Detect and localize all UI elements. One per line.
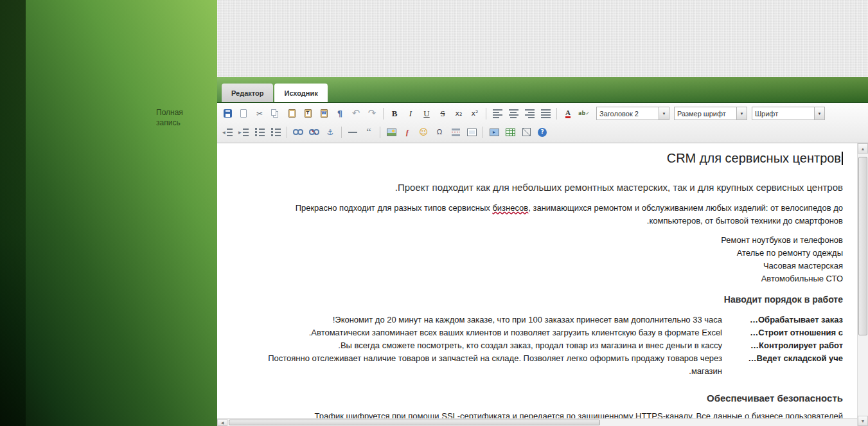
strikethrough-icon: S xyxy=(440,109,445,118)
blockquote-button[interactable]: “ xyxy=(361,125,376,140)
list-item: Часовая мастерская xyxy=(230,260,843,272)
redo-button[interactable]: ↷ xyxy=(364,106,380,121)
strikethrough-button[interactable]: S xyxy=(435,106,450,121)
font-size-select[interactable]: Размер шрифт ▼ xyxy=(674,107,747,120)
list-item: Автомобильные СТО xyxy=(230,272,843,285)
image-button[interactable] xyxy=(384,125,399,140)
chevron-down-icon[interactable]: ▼ xyxy=(659,107,669,120)
underline-button[interactable]: U xyxy=(419,106,434,121)
align-left-button[interactable] xyxy=(490,106,505,121)
smiley-icon: ☺ xyxy=(419,128,428,136)
paste-button[interactable] xyxy=(284,106,299,121)
superscript-button[interactable]: x² xyxy=(467,106,483,121)
video-button[interactable]: ▸ xyxy=(486,125,502,140)
unlink-icon xyxy=(309,129,319,135)
flash-button[interactable]: ƒ xyxy=(400,125,415,140)
numbered-list-button[interactable] xyxy=(252,125,267,140)
scroll-left-button[interactable]: ◀ xyxy=(217,419,227,426)
show-paragraph-icon: ¶ xyxy=(337,109,342,118)
show-paragraph-button[interactable]: ¶ xyxy=(332,106,348,121)
indent-increase-button[interactable]: ▶ xyxy=(236,125,251,140)
save-button[interactable] xyxy=(220,106,235,121)
editor-content[interactable]: CRM для сервисных центров .Проект подход… xyxy=(217,143,857,418)
horizontal-scroll-thumb[interactable] xyxy=(229,420,600,425)
bold-button[interactable]: B xyxy=(387,106,402,121)
sidebar-dark-strip xyxy=(0,0,26,426)
align-center-button[interactable] xyxy=(506,106,521,121)
subscript-button[interactable]: x₂ xyxy=(451,106,466,121)
bulleted-list-button[interactable] xyxy=(268,125,283,140)
cut-button[interactable]: ✂ xyxy=(252,106,267,121)
italic-button[interactable]: I xyxy=(403,106,418,121)
paste-text-button[interactable]: T xyxy=(300,106,315,121)
feature-row: Постоянно отслеживает наличие товаров и … xyxy=(230,352,843,378)
table-button[interactable] xyxy=(502,125,518,140)
undo-button[interactable]: ↶ xyxy=(348,106,364,121)
toolbar-separator xyxy=(383,108,384,120)
editor-toolbar: ✂TW¶↶↷BIUSx₂x²Aab✓ Заголовок 2 ▼ Размер … xyxy=(217,103,868,143)
editor-panel: ✂TW¶↶↷BIUSx₂x²Aab✓ Заголовок 2 ▼ Размер … xyxy=(217,103,868,426)
about-button[interactable]: ? xyxy=(535,125,550,140)
align-justify-button[interactable] xyxy=(538,106,553,121)
toolbar-separator xyxy=(380,127,380,138)
intro-line-2: .компьютеров, от бытовой техники до смар… xyxy=(230,215,843,227)
text-color-button[interactable]: A xyxy=(560,106,576,121)
new-page-icon xyxy=(240,109,247,118)
scroll-thumb[interactable] xyxy=(858,157,867,335)
feature-desc-line: .Вы всегда сможете посмотреть, кто созда… xyxy=(230,339,722,352)
superscript-icon: x² xyxy=(472,110,479,117)
paste-icon xyxy=(288,109,296,118)
misspelled-word: бизнесов xyxy=(492,203,528,213)
anchor-icon: ⚓ xyxy=(327,129,334,136)
feature-label: …Ведет складской уче xyxy=(734,352,843,378)
feature-desc-line: .Автоматически запоминает всех ваших кли… xyxy=(230,326,722,339)
smiley-button[interactable]: ☺ xyxy=(416,125,431,140)
iframe-button[interactable] xyxy=(464,125,479,140)
chevron-down-icon[interactable]: ▼ xyxy=(736,107,747,120)
about-icon: ? xyxy=(538,128,547,137)
paste-word-button[interactable]: W xyxy=(316,106,332,121)
link-button[interactable] xyxy=(290,125,306,140)
blockquote-icon: “ xyxy=(366,129,371,136)
copy-icon xyxy=(271,109,276,116)
intro-line-1: Прекрасно подходит для разных типов серв… xyxy=(230,202,843,215)
horizontal-scrollbar[interactable]: ◀ xyxy=(217,418,857,426)
spellcheck-button[interactable]: ab✓ xyxy=(576,106,592,121)
unlink-button[interactable] xyxy=(306,125,322,140)
format-select[interactable]: Заголовок 2 ▼ xyxy=(596,107,669,120)
security-paragraph: Трафик шифруется при помощи SSL-сертифик… xyxy=(230,410,843,418)
align-right-icon xyxy=(525,109,535,118)
feature-label: …Строит отношения с xyxy=(734,326,843,339)
features-block: !Экономит до 20 минут на каждом заказе, … xyxy=(230,314,843,378)
align-left-icon xyxy=(493,109,502,118)
security-heading: Обеспечивает безопасность xyxy=(230,392,843,405)
bulleted-list-icon xyxy=(271,128,281,137)
feature-label: …Обрабатывает заказ xyxy=(734,314,843,326)
indent-decrease-button[interactable]: ◀ xyxy=(220,125,235,140)
toolbar-row-1: ✂TW¶↶↷BIUSx₂x²Aab✓ Заголовок 2 ▼ Размер … xyxy=(220,104,865,123)
vertical-scrollbar[interactable]: ▲ ▼ xyxy=(857,143,868,426)
maximize-button[interactable] xyxy=(518,125,534,140)
order-heading: Наводит порядок в работе xyxy=(230,293,843,306)
feature-row: !Экономит до 20 минут на каждом заказе, … xyxy=(230,314,843,326)
special-char-button[interactable]: Ω xyxy=(432,125,447,140)
scroll-up-button[interactable]: ▲ xyxy=(858,143,868,154)
tab-source[interactable]: Исходник xyxy=(274,84,327,102)
cut-icon: ✂ xyxy=(256,110,263,118)
new-page-button[interactable] xyxy=(236,106,251,121)
align-right-button[interactable] xyxy=(522,106,537,121)
anchor-button[interactable]: ⚓ xyxy=(323,125,338,140)
text-color-icon: A xyxy=(565,109,571,118)
tab-editor[interactable]: Редактор xyxy=(222,84,273,102)
page-break-button[interactable] xyxy=(448,125,463,140)
copy-button[interactable] xyxy=(268,106,283,121)
scroll-down-button[interactable]: ▼ xyxy=(858,416,868,426)
horizontal-rule-button[interactable] xyxy=(345,125,360,140)
subscript-icon: x₂ xyxy=(456,110,463,117)
font-select[interactable]: Шрифт ▼ xyxy=(752,107,825,120)
indent-increase-icon: ▶ xyxy=(238,128,249,137)
security-line-1: Трафик шифруется при помощи SSL-сертифик… xyxy=(230,410,843,418)
chevron-down-icon[interactable]: ▼ xyxy=(814,107,824,120)
flash-icon: ƒ xyxy=(405,129,409,136)
list-item: Ремонт ноутбуков и телефонов xyxy=(230,234,843,247)
